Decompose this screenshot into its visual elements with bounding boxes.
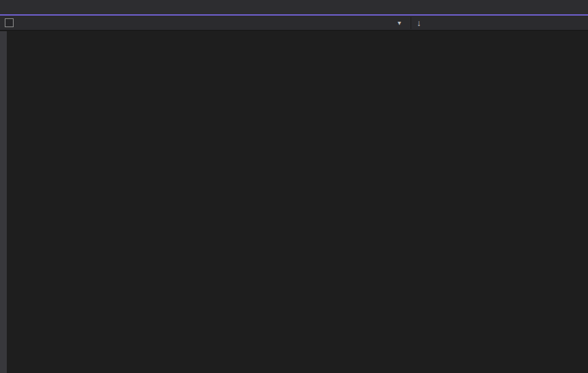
breakpoint-margin[interactable]	[0, 31, 7, 373]
chevron-down-icon[interactable]: ▾	[398, 19, 401, 26]
code-editor[interactable]	[0, 31, 588, 373]
document-tab-bar	[0, 0, 588, 14]
navigation-bar: ▾ ↓	[0, 16, 588, 31]
vs-editor-window: ▾ ↓	[0, 0, 588, 373]
navbar-divider	[411, 17, 411, 29]
down-arrow-icon: ↓	[417, 18, 421, 28]
cpp-project-icon	[5, 18, 14, 27]
